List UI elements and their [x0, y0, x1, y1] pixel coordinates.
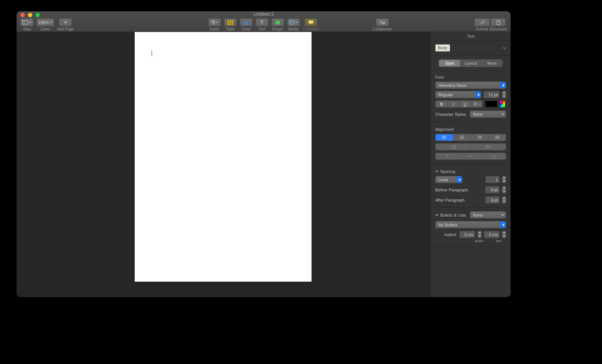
before-paragraph-stepper[interactable]: [502, 186, 506, 193]
svg-rect-9: [247, 22, 248, 25]
bullets-section-label[interactable]: Bullets & Lists: [435, 213, 466, 217]
svg-rect-0: [23, 21, 28, 24]
media-label: Media: [288, 27, 298, 31]
align-right-button[interactable]: [471, 134, 488, 141]
valign-bottom-icon: [493, 154, 496, 158]
bullets-type-menu[interactable]: No Bullets: [435, 221, 506, 228]
chart-label: Chart: [242, 27, 251, 31]
bold-button[interactable]: B: [436, 101, 447, 107]
document-inspector-button[interactable]: [491, 18, 506, 26]
table-button[interactable]: [224, 18, 237, 26]
subtab-style[interactable]: Style: [439, 60, 460, 67]
spacing-value-stepper[interactable]: [502, 176, 506, 183]
window-title: Untitled 2: [17, 11, 511, 17]
font-size-stepper[interactable]: [502, 91, 506, 98]
media-menu-button[interactable]: [287, 18, 300, 26]
align-left-button[interactable]: [436, 134, 453, 141]
brush-icon: [480, 20, 485, 25]
decrease-indent-button[interactable]: [436, 144, 471, 150]
valign-bottom-button[interactable]: [482, 153, 506, 159]
zoom-value: 100%: [38, 20, 49, 25]
svg-rect-2: [227, 20, 233, 25]
text-format-buttons: B I U: [435, 100, 483, 108]
bullets-list-style-menu[interactable]: None: [470, 211, 506, 218]
chevron-down-icon: [29, 21, 32, 23]
add-page-label: Add Page: [57, 27, 74, 31]
svg-line-22: [476, 105, 476, 105]
svg-rect-8: [245, 21, 246, 25]
insert-label: Insert: [210, 27, 219, 31]
after-paragraph-field[interactable]: 0 pt: [485, 196, 500, 203]
text-color-picker[interactable]: [500, 100, 505, 108]
svg-rect-10: [275, 21, 280, 24]
document-canvas[interactable]: [17, 32, 430, 297]
text-button[interactable]: [255, 18, 268, 26]
spacing-value-field[interactable]: 1: [485, 176, 500, 183]
svg-line-24: [476, 103, 476, 103]
comment-button[interactable]: [304, 18, 317, 26]
zoom-menu-button[interactable]: 100%: [36, 18, 54, 26]
view-menu-button[interactable]: [20, 18, 33, 26]
svg-point-16: [474, 103, 476, 105]
document-label: Document: [490, 27, 507, 31]
font-style-menu[interactable]: Regular: [435, 91, 481, 98]
svg-rect-13: [309, 21, 313, 24]
indent-icon: [486, 145, 491, 149]
font-size-field[interactable]: 11 pt: [483, 91, 500, 98]
shape-label: Shape: [272, 27, 283, 31]
outdent-icon: [451, 145, 456, 149]
format-inspector: Text Body Style Layout More Font H: [430, 32, 511, 297]
align-justify-icon: [495, 136, 499, 139]
subtab-more[interactable]: More: [481, 60, 502, 67]
before-paragraph-label: Before Paragraph: [435, 188, 468, 192]
comment-label: Comment: [303, 27, 319, 31]
after-paragraph-stepper[interactable]: [502, 196, 506, 203]
align-center-button[interactable]: [453, 134, 471, 141]
chevron-down-icon[interactable]: [503, 47, 506, 49]
title-bar: Untitled 2 View: [17, 11, 511, 32]
font-section-label: Font: [435, 75, 506, 79]
paragraph-style-menu[interactable]: Body: [435, 44, 450, 52]
traffic-lights: [20, 13, 40, 17]
subtab-layout[interactable]: Layout: [460, 60, 481, 67]
table-icon: [227, 20, 233, 25]
spacing-section-label[interactable]: Spacing: [435, 169, 506, 174]
align-justify-button[interactable]: [488, 134, 506, 141]
format-inspector-button[interactable]: [474, 18, 490, 26]
inspector-tab-text[interactable]: Text: [431, 32, 511, 41]
underline-button[interactable]: U: [459, 101, 471, 107]
spacing-mode-menu[interactable]: Lines: [435, 176, 462, 183]
valign-middle-button[interactable]: [459, 153, 482, 159]
indent-text-sublabel: Text: [495, 239, 502, 243]
before-paragraph-field[interactable]: 0 pt: [485, 186, 500, 193]
view-label: View: [23, 27, 31, 31]
indent-text-stepper[interactable]: [502, 231, 506, 238]
close-window-button[interactable]: [20, 13, 25, 17]
character-style-menu[interactable]: None: [470, 111, 506, 118]
chevron-down-icon: [215, 21, 218, 23]
shape-button[interactable]: [271, 18, 284, 26]
fullscreen-window-button[interactable]: [35, 13, 40, 17]
font-family-menu[interactable]: Helvetica Neue: [435, 82, 506, 89]
indent-bullet-field[interactable]: 0 cm: [459, 231, 476, 238]
advanced-font-button[interactable]: [471, 101, 482, 107]
valign-top-button[interactable]: [436, 153, 459, 159]
add-page-button[interactable]: [59, 18, 72, 26]
svg-point-12: [290, 21, 291, 23]
chevron-down-icon: [478, 103, 480, 105]
horizontal-alignment-segment: [435, 134, 506, 141]
text-color-well[interactable]: [485, 100, 498, 108]
comment-icon: [308, 20, 313, 24]
page[interactable]: [135, 32, 312, 282]
plus-icon: [64, 20, 68, 24]
increase-indent-button[interactable]: [471, 144, 506, 150]
minimize-window-button[interactable]: [28, 13, 32, 17]
italic-button[interactable]: I: [447, 101, 459, 107]
text-icon: [260, 20, 264, 25]
collaborate-button[interactable]: [376, 18, 389, 26]
chart-button[interactable]: [240, 18, 252, 26]
align-right-icon: [477, 136, 482, 139]
indent-text-field[interactable]: 0 cm: [484, 231, 500, 238]
indent-bullet-stepper[interactable]: [477, 231, 482, 238]
insert-menu-button[interactable]: [208, 18, 221, 26]
